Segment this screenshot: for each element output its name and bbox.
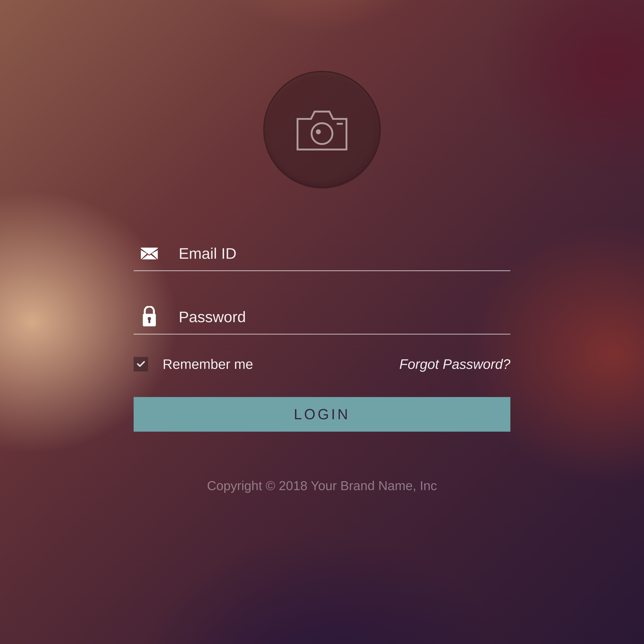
svg-point-0 bbox=[312, 123, 332, 144]
password-input[interactable] bbox=[179, 308, 510, 326]
remember-group: Remember me bbox=[134, 356, 253, 372]
check-icon bbox=[137, 360, 145, 368]
remember-checkbox[interactable] bbox=[134, 357, 148, 371]
camera-icon bbox=[291, 105, 353, 154]
login-form: Remember me Forgot Password? LOGIN Copyr… bbox=[134, 71, 510, 493]
mail-icon bbox=[141, 247, 158, 260]
login-button[interactable]: LOGIN bbox=[134, 397, 510, 432]
email-field-group bbox=[134, 245, 510, 271]
avatar-upload[interactable] bbox=[263, 71, 381, 188]
password-field-group bbox=[134, 308, 510, 335]
copyright-text: Copyright © 2018 Your Brand Name, Inc bbox=[207, 478, 437, 493]
lock-icon bbox=[141, 311, 158, 323]
svg-rect-5 bbox=[148, 319, 150, 323]
svg-point-1 bbox=[316, 129, 321, 134]
options-row: Remember me Forgot Password? bbox=[134, 356, 510, 372]
forgot-password-link[interactable]: Forgot Password? bbox=[399, 356, 510, 372]
email-input[interactable] bbox=[179, 245, 510, 262]
remember-label: Remember me bbox=[163, 356, 253, 372]
login-button-label: LOGIN bbox=[294, 406, 350, 423]
